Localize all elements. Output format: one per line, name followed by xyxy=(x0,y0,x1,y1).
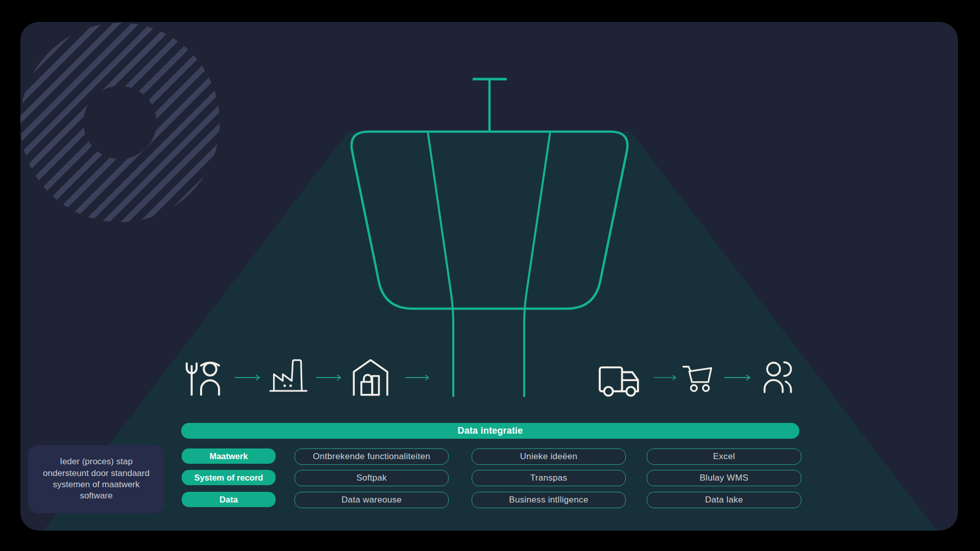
warehouse-icon xyxy=(350,355,391,397)
diagram-card: Data integratie Maatwerk System of recor… xyxy=(20,22,958,531)
grid-cell: Data lake xyxy=(647,492,801,508)
truck-icon xyxy=(591,359,648,398)
grid-cell: Unieke ideëen xyxy=(472,448,626,465)
grid-cell: Transpas xyxy=(472,470,626,486)
flow-arrow xyxy=(653,374,679,381)
flow-arrow xyxy=(234,374,263,381)
flow-arrow xyxy=(724,374,753,381)
infographic-canvas: Data integratie Maatwerk System of recor… xyxy=(0,0,980,551)
banner-label: Data integratie xyxy=(457,425,523,436)
row-label-maatwerk: Maatwerk xyxy=(182,448,276,464)
grid-cell: Ontbrekende functionaliteiten xyxy=(295,448,449,465)
striped-ring-decoration xyxy=(52,55,188,191)
flow-arrow xyxy=(315,374,344,381)
grid-cell: Data wareouse xyxy=(295,492,449,508)
grid-cell: Blulay WMS xyxy=(647,470,801,486)
row-label-data: Data xyxy=(182,492,276,507)
grid-cell: Softpak xyxy=(295,470,449,486)
row-label-system-of-record: System of record xyxy=(182,470,276,485)
flow-arrow xyxy=(405,374,432,381)
grid-cell: Excel xyxy=(647,448,801,465)
process-note-text: Ieder (proces) stap ondersteunt door sta… xyxy=(43,456,150,502)
process-note-box: Ieder (proces) stap ondersteunt door sta… xyxy=(28,445,164,513)
shopping-cart-icon xyxy=(680,359,717,397)
customers-icon xyxy=(760,355,798,397)
factory-icon xyxy=(268,351,309,397)
farmer-icon xyxy=(181,353,228,397)
funnel-body xyxy=(352,132,628,309)
data-integratie-banner: Data integratie xyxy=(181,423,799,439)
grid-cell: Business intlligence xyxy=(472,492,626,508)
